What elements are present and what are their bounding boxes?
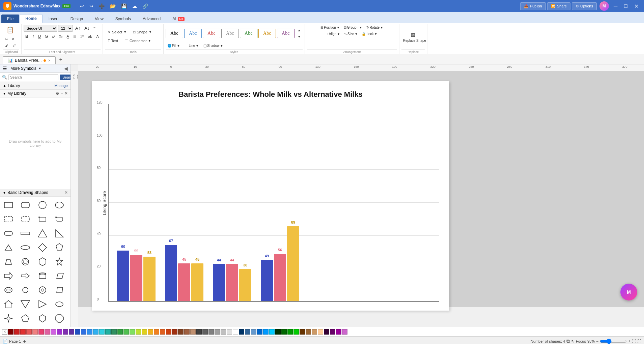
color-ext-6[interactable] — [269, 329, 275, 335]
shape-rounded-rect-dashed[interactable] — [19, 213, 32, 226]
shape-hexagon-sm[interactable] — [36, 312, 49, 325]
new-button[interactable]: ➕ — [97, 3, 106, 9]
close-button[interactable]: ✕ — [632, 2, 641, 10]
fit-page-button[interactable]: ⛶ — [632, 339, 636, 344]
shape-rect-rounded-outline[interactable] — [53, 213, 66, 226]
shape-button[interactable]: □ Shape ▼ — [130, 28, 155, 36]
shape-parallelogram[interactable] — [53, 269, 66, 282]
lock-button[interactable]: 🔒 Lock ▼ — [360, 31, 379, 37]
shape-star-4[interactable] — [2, 312, 15, 325]
bold-button[interactable]: B — [24, 33, 30, 40]
color-green-1[interactable] — [117, 329, 123, 335]
manage-button[interactable]: Manage — [54, 84, 68, 88]
copy-format-button[interactable]: 🖊 — [11, 43, 18, 49]
shape-pentagon-sm[interactable] — [19, 312, 32, 325]
replace-shape-button[interactable]: ⧇ Replace Shape — [401, 30, 425, 44]
canvas-scroll[interactable]: Barista Preferences: Whole Milk vs Alter… — [78, 71, 644, 327]
color-dark-red[interactable] — [8, 329, 13, 335]
rotate-button[interactable]: ↻ Rotate ▼ — [365, 25, 385, 30]
shape-house[interactable] — [2, 298, 15, 311]
position-button[interactable]: ⊞ Position ▼ — [319, 25, 341, 30]
color-gray-4[interactable] — [227, 329, 232, 335]
increase-font-button[interactable]: A↑ — [74, 25, 82, 32]
shape-hexagon[interactable] — [36, 255, 49, 268]
color-gray-1[interactable] — [208, 329, 214, 335]
color-green-light[interactable] — [130, 329, 135, 335]
add-tab-button[interactable]: + — [56, 55, 65, 64]
style-abc-3[interactable]: Abc — [203, 29, 220, 38]
maximize-button[interactable]: □ — [622, 2, 629, 10]
color-none[interactable]: ✕ — [2, 329, 7, 335]
text-button[interactable]: T Text — [105, 37, 121, 45]
font-family-select[interactable]: Segoe UI Arial Times New Roman — [24, 25, 57, 32]
color-orange-2[interactable] — [160, 329, 165, 335]
zoom-in-button[interactable]: + — [628, 339, 631, 344]
shape-circle[interactable] — [36, 199, 49, 211]
color-tan-2[interactable] — [190, 329, 196, 335]
style-abc-6[interactable]: Abc — [258, 29, 276, 38]
connector-button[interactable]: ⌒ Connector ▼ — [122, 37, 154, 45]
tab-design[interactable]: Design — [65, 15, 89, 23]
align-left-button[interactable]: ≡ — [92, 25, 97, 31]
color-ext-15[interactable] — [324, 329, 329, 335]
group-button[interactable]: ⊡ Group - ▼ — [342, 25, 364, 30]
color-yellow-green[interactable] — [136, 329, 141, 335]
line-button[interactable]: — Line ▼ — [183, 43, 200, 49]
add-page-button[interactable]: + — [22, 339, 26, 344]
color-white[interactable] — [233, 329, 238, 335]
minimize-button[interactable]: ─ — [612, 2, 619, 10]
user-avatar[interactable]: M — [599, 1, 609, 11]
color-blue-2[interactable] — [87, 329, 92, 335]
page-tab-label[interactable]: Page-1 — [9, 339, 21, 343]
format-painter-button[interactable]: 🖌 — [3, 43, 10, 49]
color-blue-light[interactable] — [93, 329, 99, 335]
open-button[interactable]: 📂 — [109, 3, 117, 9]
color-ext-1[interactable] — [239, 329, 244, 335]
color-gray-2[interactable] — [215, 329, 220, 335]
shadow-button[interactable]: ◫ Shadow ▼ — [202, 43, 225, 49]
color-ext-7[interactable] — [275, 329, 281, 335]
color-ext-2[interactable] — [245, 329, 250, 335]
subscript-button[interactable]: x₂ — [57, 33, 64, 39]
my-library-settings-button[interactable]: ⚙ — [56, 91, 59, 96]
my-library-add-button[interactable]: + — [61, 91, 63, 96]
numbered-list-button[interactable]: 1≡ — [79, 33, 86, 39]
color-ext-10[interactable] — [293, 329, 299, 335]
color-ext-3[interactable] — [251, 329, 256, 335]
color-ext-17[interactable] — [336, 329, 341, 335]
save-button[interactable]: 💾 — [120, 3, 128, 9]
color-ext-14[interactable] — [318, 329, 323, 335]
size-button[interactable]: ⤡ Size ▼ — [342, 31, 359, 37]
paste-button[interactable]: 📋 — [3, 25, 18, 35]
panel-collapse-button[interactable]: ◀ — [64, 66, 68, 71]
align-button[interactable]: ⫶ Align ▼ — [325, 31, 342, 37]
color-ext-11[interactable] — [300, 329, 305, 335]
tab-symbols[interactable]: Symbols — [110, 15, 137, 23]
shape-arrow-right-sm[interactable] — [19, 269, 32, 282]
color-yellow-1[interactable] — [142, 329, 147, 335]
color-yellow-2[interactable] — [148, 329, 153, 335]
doc-tab-active[interactable]: 📊 Barista Prefe... ✕ — [3, 56, 56, 64]
color-purple-1[interactable] — [51, 329, 56, 335]
shape-circle-sm2[interactable] — [36, 284, 49, 296]
color-ext-9[interactable] — [287, 329, 293, 335]
color-purple-3[interactable] — [63, 329, 68, 335]
color-purple-4[interactable] — [69, 329, 74, 335]
color-brown-3[interactable] — [178, 329, 184, 335]
color-ext-18[interactable] — [342, 329, 347, 335]
tab-file[interactable]: File — [1, 15, 19, 23]
tab-ai[interactable]: AI hot — [167, 15, 190, 23]
publish-button[interactable]: 📤 Publish — [520, 2, 546, 10]
zoom-slider[interactable] — [600, 339, 627, 344]
style-abc-1[interactable]: Abc — [166, 29, 183, 38]
fill-button[interactable]: 🪣 Fill ▼ — [166, 43, 182, 49]
shape-slant-rect[interactable] — [53, 284, 66, 296]
shape-oval[interactable] — [53, 199, 66, 211]
shape-triangle[interactable] — [36, 227, 49, 240]
text-outline-button[interactable]: A̲ — [65, 33, 71, 39]
color-pink-1[interactable] — [38, 329, 44, 335]
color-orange-1[interactable] — [154, 329, 159, 335]
color-green-dark[interactable] — [111, 329, 117, 335]
canvas-page[interactable]: Barista Preferences: Whole Milk vs Alter… — [92, 81, 449, 311]
color-tan-1[interactable] — [184, 329, 190, 335]
